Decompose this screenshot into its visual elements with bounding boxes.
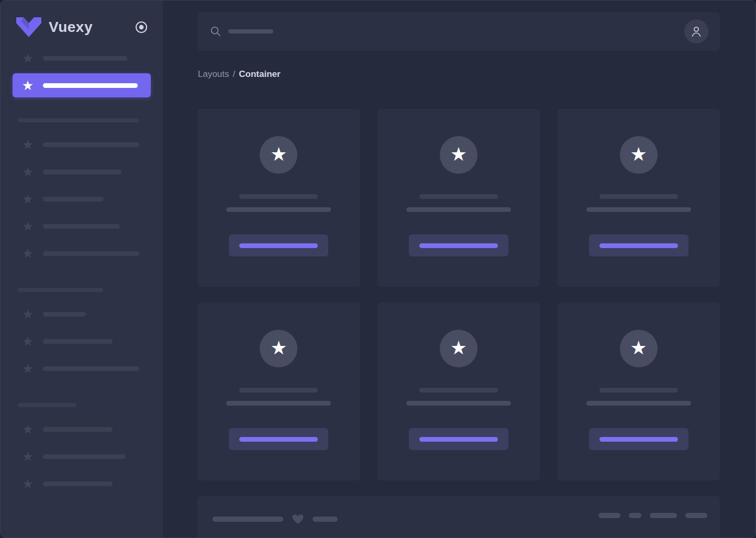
card-subtitle-placeholder-bar: [586, 401, 691, 406]
sidebar-nav-item[interactable]: ★: [1, 355, 163, 382]
section-placeholder-bar: [18, 118, 139, 122]
search-placeholder-bar: [228, 29, 273, 33]
nav-label-placeholder-bar: [43, 56, 127, 61]
vuexy-logo-icon: [16, 17, 41, 37]
search-icon: [210, 26, 221, 37]
sidebar-section-header: [1, 279, 163, 300]
star-icon: ★: [450, 339, 467, 359]
card-avatar: ★: [440, 136, 477, 174]
star-icon: ★: [21, 247, 34, 260]
heart-icon[interactable]: [292, 513, 304, 525]
card-avatar: ★: [620, 330, 658, 367]
content-card: ★: [377, 302, 540, 480]
star-icon: ★: [270, 339, 287, 359]
card-subtitle-placeholder-bar: [406, 401, 511, 406]
star-icon: ★: [21, 308, 34, 320]
sidebar-nav-item[interactable]: ★: [1, 328, 163, 355]
nav-label-placeholder-bar: [43, 366, 139, 371]
card-title-placeholder-bar: [599, 388, 678, 393]
app-window: Vuexy ★ ★ ★ ★ ★ ★ ★ ★ ★ ★: [0, 0, 756, 538]
button-label-placeholder-bar: [419, 243, 498, 248]
card-title-placeholder-bar: [419, 388, 498, 393]
nav-label-placeholder-bar: [43, 142, 139, 147]
sidebar-nav-item[interactable]: ★: [1, 470, 163, 497]
sidebar-nav-item[interactable]: ★: [1, 416, 163, 443]
content-card: ★: [197, 302, 360, 480]
sidebar-header: Vuexy: [1, 1, 163, 37]
top-search-bar[interactable]: [197, 12, 720, 51]
star-icon: ★: [21, 193, 34, 205]
button-label-placeholder-bar: [419, 437, 498, 442]
nav-label-placeholder-bar: [43, 251, 139, 256]
star-icon: ★: [450, 145, 467, 165]
button-label-placeholder-bar: [599, 243, 678, 248]
card-action-button[interactable]: [229, 428, 328, 450]
star-icon: ★: [270, 145, 287, 165]
footer-placeholder-bar: [629, 513, 641, 518]
card-avatar: ★: [260, 330, 297, 367]
button-label-placeholder-bar: [239, 437, 318, 442]
card-subtitle-placeholder-bar: [406, 207, 511, 212]
star-icon: ★: [21, 335, 34, 348]
sidebar-section-header: [1, 395, 163, 416]
nav-label-placeholder-bar: [43, 427, 113, 432]
star-icon: ★: [21, 165, 34, 178]
sidebar: Vuexy ★ ★ ★ ★ ★ ★ ★ ★ ★ ★: [1, 1, 163, 537]
card-subtitle-placeholder-bar: [226, 401, 331, 406]
card-action-button[interactable]: [229, 234, 328, 256]
card-subtitle-placeholder-bar: [226, 207, 331, 212]
card-title-placeholder-bar: [239, 194, 318, 199]
breadcrumb-separator: /: [233, 69, 236, 79]
card-title-placeholder-bar: [599, 194, 678, 199]
sidebar-nav-item[interactable]: ★: [1, 158, 163, 185]
sidebar-nav-item[interactable]: ★: [1, 131, 163, 158]
star-icon: ★: [21, 138, 34, 151]
footer-placeholder-bar: [313, 517, 338, 522]
card-action-button[interactable]: [589, 428, 688, 450]
breadcrumb-parent[interactable]: Layouts: [198, 69, 229, 79]
footer-placeholder-bar: [598, 513, 620, 518]
star-icon: ★: [630, 339, 647, 359]
footer-placeholder-bar: [685, 513, 707, 518]
app-title: Vuexy: [49, 19, 135, 36]
card-subtitle-placeholder-bar: [586, 207, 691, 212]
footer-left-group: [213, 513, 338, 525]
star-icon: ★: [21, 362, 34, 375]
footer-placeholder-bar: [650, 513, 677, 518]
section-placeholder-bar: [18, 288, 103, 292]
footer-card: [197, 496, 720, 538]
card-avatar: ★: [260, 136, 297, 174]
card-action-button[interactable]: [409, 234, 508, 256]
nav-label-placeholder-bar: [43, 83, 138, 88]
nav-label-placeholder-bar: [43, 312, 86, 317]
sidebar-nav-item[interactable]: ★: [1, 185, 163, 212]
sidebar-nav-item[interactable]: ★: [13, 73, 151, 97]
card-avatar: ★: [440, 330, 477, 367]
button-label-placeholder-bar: [239, 243, 318, 248]
main-content: Layouts/Container ★ ★ ★ ★: [163, 1, 755, 537]
sidebar-nav: ★ ★ ★ ★ ★ ★ ★ ★ ★ ★ ★ ★ ★: [1, 37, 163, 497]
menu-pin-toggle-icon[interactable]: [135, 20, 148, 34]
content-card: ★: [377, 109, 540, 287]
nav-label-placeholder-bar: [43, 339, 113, 344]
sidebar-nav-item[interactable]: ★: [1, 44, 163, 72]
button-label-placeholder-bar: [599, 437, 678, 442]
breadcrumb: Layouts/Container: [198, 69, 720, 80]
footer-right-group: [598, 513, 707, 518]
star-icon: ★: [21, 79, 34, 92]
sidebar-nav-item[interactable]: ★: [1, 443, 163, 470]
sidebar-nav-item[interactable]: ★: [1, 212, 163, 240]
sidebar-nav-item[interactable]: ★: [1, 300, 163, 328]
user-avatar[interactable]: [684, 19, 708, 43]
card-action-button[interactable]: [589, 234, 688, 256]
star-icon: ★: [21, 477, 34, 490]
star-icon: ★: [21, 423, 34, 435]
nav-label-placeholder-bar: [43, 170, 121, 174]
sidebar-section-header: [1, 110, 163, 131]
card-action-button[interactable]: [409, 428, 508, 450]
content-card: ★: [557, 302, 720, 480]
sidebar-nav-item[interactable]: ★: [1, 240, 163, 267]
card-title-placeholder-bar: [419, 194, 498, 199]
content-card: ★: [557, 109, 720, 287]
nav-label-placeholder-bar: [43, 224, 120, 229]
